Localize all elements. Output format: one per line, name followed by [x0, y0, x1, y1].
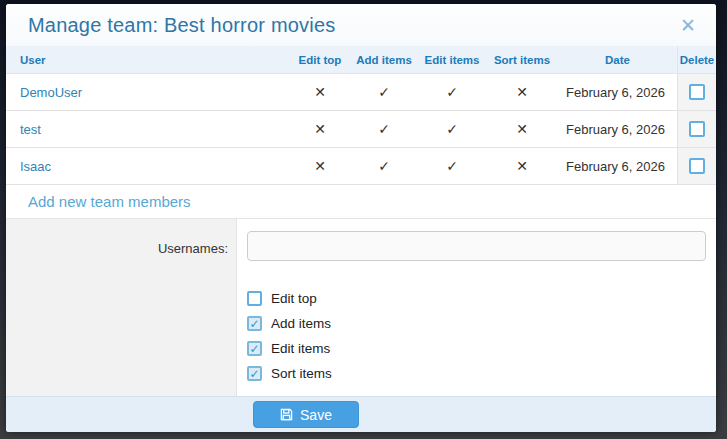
- sort-items-flag: ✕: [486, 121, 558, 137]
- edit-top-flag: ✕: [290, 121, 350, 137]
- permission-row: ✓ Edit items: [247, 341, 706, 356]
- manage-team-modal: Manage team: Best horror movies ✕ User E…: [6, 4, 716, 432]
- add-members-heading: Add new team members: [28, 193, 191, 210]
- delete-checkbox[interactable]: [689, 121, 705, 137]
- permission-row: ✓ Sort items: [247, 366, 706, 381]
- table-row: Isaac ✕ ✓ ✓ ✕ February 6, 2026: [6, 148, 716, 185]
- add-items-flag: ✓: [350, 158, 418, 174]
- column-header-edit-top: Edit top: [290, 54, 350, 66]
- column-header-delete: Delete: [677, 46, 716, 73]
- team-table-body: DemoUser ✕ ✓ ✓ ✕ February 6, 2026 test ✕…: [6, 74, 716, 185]
- user-link[interactable]: DemoUser: [20, 85, 82, 100]
- save-button[interactable]: Save: [253, 401, 359, 428]
- add-items-flag: ✓: [350, 84, 418, 100]
- permission-row: ✓ Add items: [247, 316, 706, 331]
- table-row: test ✕ ✓ ✓ ✕ February 6, 2026: [6, 111, 716, 148]
- column-header-sort-items: Sort items: [486, 54, 558, 66]
- delete-checkbox[interactable]: [689, 84, 705, 100]
- permission-label: Sort items: [271, 366, 332, 381]
- permission-row: Edit top: [247, 291, 706, 306]
- usernames-input[interactable]: [247, 231, 706, 261]
- permission-label: Edit items: [271, 341, 330, 356]
- permission-label: Add items: [271, 316, 331, 331]
- team-table: User Edit top Add items Edit items Sort …: [6, 46, 716, 185]
- date-cell: February 6, 2026: [558, 122, 677, 137]
- permission-checkbox[interactable]: ✓: [247, 341, 262, 356]
- permissions-list: Edit top ✓ Add items ✓ Edit items ✓ Sort…: [247, 291, 706, 381]
- permission-checkbox[interactable]: ✓: [247, 316, 262, 331]
- edit-top-flag: ✕: [290, 158, 350, 174]
- edit-items-flag: ✓: [418, 121, 486, 137]
- sort-items-flag: ✕: [486, 84, 558, 100]
- modal-title: Manage team: Best horror movies: [28, 14, 674, 37]
- modal-footer: Save: [6, 396, 716, 432]
- table-row: DemoUser ✕ ✓ ✓ ✕ February 6, 2026: [6, 74, 716, 111]
- permission-checkbox[interactable]: [247, 291, 262, 306]
- table-header-row: User Edit top Add items Edit items Sort …: [6, 46, 716, 74]
- edit-top-flag: ✕: [290, 84, 350, 100]
- user-link[interactable]: Isaac: [20, 159, 51, 174]
- column-header-add-items: Add items: [350, 54, 418, 66]
- date-cell: February 6, 2026: [558, 85, 677, 100]
- modal-titlebar: Manage team: Best horror movies ✕: [6, 4, 716, 46]
- edit-items-flag: ✓: [418, 158, 486, 174]
- add-members-form: Usernames: Edit top ✓ Add items ✓ Edit i…: [6, 219, 716, 396]
- user-link[interactable]: test: [20, 122, 41, 137]
- add-items-flag: ✓: [350, 121, 418, 137]
- usernames-label: Usernames:: [158, 241, 228, 256]
- save-button-label: Save: [300, 407, 332, 423]
- column-header-user: User: [6, 54, 290, 66]
- permission-checkbox[interactable]: ✓: [247, 366, 262, 381]
- column-header-edit-items: Edit items: [418, 54, 486, 66]
- permission-label: Edit top: [271, 291, 317, 306]
- close-icon[interactable]: ✕: [674, 14, 702, 37]
- floppy-disk-icon: [280, 408, 293, 421]
- add-members-section-header: Add new team members: [6, 185, 716, 219]
- column-header-date: Date: [558, 54, 677, 66]
- edit-items-flag: ✓: [418, 84, 486, 100]
- date-cell: February 6, 2026: [558, 159, 677, 174]
- delete-checkbox[interactable]: [689, 158, 705, 174]
- sort-items-flag: ✕: [486, 158, 558, 174]
